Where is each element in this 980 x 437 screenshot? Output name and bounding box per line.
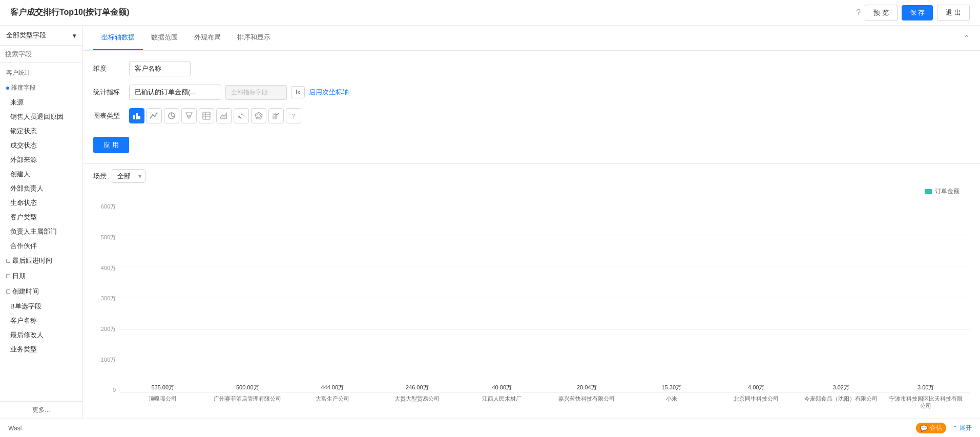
- bar-item-6[interactable]: 15.30万: [633, 384, 711, 393]
- chart-type-help[interactable]: ?: [286, 108, 301, 123]
- y-label-600: 600万: [101, 203, 116, 211]
- tab-sort-display[interactable]: 排序和显示: [229, 26, 279, 50]
- preview-button[interactable]: 预 览: [865, 5, 898, 21]
- qiye-badge[interactable]: 💬 企信: [916, 423, 946, 433]
- bar-item-5[interactable]: 20.04万: [548, 384, 626, 393]
- svg-rect-2: [138, 116, 140, 119]
- sidebar-item-dept[interactable]: 负责人主属部门: [0, 224, 82, 239]
- header-actions: ? 预 览 保 存 退 出: [856, 5, 970, 21]
- x-labels-row: 顶嘎嘎公司广州赛菲酒店管理有限公司大富生产公司大贵大型贸易公司江西人民木材厂嘉兴…: [119, 393, 970, 419]
- chart-type-scatter[interactable]: [234, 108, 249, 123]
- bar-item-7[interactable]: 4.00万: [718, 384, 796, 393]
- x-label-8: 今麦郎食品（沈阳）有限公司: [802, 395, 880, 402]
- scene-select-wrapper: 全部: [112, 169, 145, 183]
- sidebar-item-lock-status[interactable]: 锁定状态: [0, 124, 82, 138]
- sidebar-type-selector[interactable]: 全部类型字段 ▾: [0, 26, 82, 46]
- sidebar-item-date[interactable]: 日期: [0, 268, 82, 284]
- fx-button[interactable]: fx: [291, 86, 305, 98]
- sidebar-item-external-source[interactable]: 外部来源: [0, 153, 82, 167]
- dimension-value[interactable]: 客户名称: [129, 61, 191, 76]
- chart-type-table[interactable]: [199, 108, 214, 123]
- chart-flex: 600万 500万 400万 300万 200万 100万 0: [93, 198, 970, 419]
- svg-point-5: [154, 116, 156, 117]
- stat-all-input[interactable]: 全部指标字段: [225, 85, 287, 100]
- x-label-0: 顶嘎嘎公司: [124, 395, 202, 402]
- x-label-1: 广州赛菲酒店管理有限公司: [209, 395, 287, 402]
- sidebar-item-biz-type[interactable]: 业务类型: [0, 342, 82, 357]
- dimension-row: 维度 客户名称: [93, 61, 970, 76]
- sidebar-item-source[interactable]: 来源: [0, 95, 82, 110]
- sidebar-item-life-status[interactable]: 生命状态: [0, 196, 82, 210]
- stat-input-row: 已确认的订单金额(... 全部指标字段 fx 启用次坐标轴: [129, 85, 349, 100]
- sidebar-item-external-owner[interactable]: 外部负责人: [0, 181, 82, 196]
- bar-item-0[interactable]: 535.00万: [124, 384, 202, 393]
- qiye-label: 企信: [930, 424, 942, 432]
- y-label-300: 300万: [101, 295, 116, 302]
- chart-type-line[interactable]: [147, 108, 162, 123]
- sidebar-item-create-time[interactable]: 创建时间: [0, 284, 82, 299]
- bar-value-label-7: 4.00万: [748, 384, 764, 391]
- sidebar-item-last-followup[interactable]: 最后跟进时间: [0, 253, 82, 268]
- sidebar-item-customer-type[interactable]: 客户类型: [0, 210, 82, 224]
- stat-value[interactable]: 已确认的订单金额(...: [129, 85, 221, 100]
- chart-type-funnel[interactable]: [181, 108, 197, 123]
- bar-item-1[interactable]: 500.00万: [209, 384, 287, 393]
- sidebar-item-partner[interactable]: 合作伙伴: [0, 239, 82, 253]
- bar-item-9[interactable]: 3.00万: [887, 384, 965, 393]
- chart-area: 场景 全部 订单金额: [83, 164, 980, 419]
- y-label-200: 200万: [101, 325, 116, 333]
- header: 客户成交排行Top10(按订单金额) ? 预 览 保 存 退 出: [0, 0, 980, 26]
- svg-rect-1: [136, 113, 138, 119]
- x-label-3: 大贵大型贸易公司: [379, 395, 456, 402]
- sidebar-item-creator[interactable]: 创建人: [0, 167, 82, 181]
- search-input[interactable]: [5, 50, 83, 58]
- bar-item-8[interactable]: 3.02万: [802, 384, 880, 393]
- tab-data-range[interactable]: 数据范围: [143, 26, 186, 50]
- section-title-customer-stats: 客户统计: [0, 66, 82, 80]
- exit-button[interactable]: 退 出: [937, 5, 970, 21]
- app-container: 客户成交排行Top10(按订单金额) ? 预 览 保 存 退 出 全部类型字段 …: [0, 0, 980, 437]
- scene-select[interactable]: 全部: [112, 169, 145, 183]
- sidebar-item-deal-status[interactable]: 成交状态: [0, 138, 82, 153]
- save-button[interactable]: 保 存: [902, 5, 933, 20]
- chart-type-combination[interactable]: [268, 108, 284, 123]
- chart-type-bar[interactable]: [129, 108, 144, 123]
- tab-axis-data[interactable]: 坐标轴数据: [93, 26, 143, 50]
- svg-point-16: [238, 116, 240, 118]
- collapse-icon[interactable]: ⌃: [963, 33, 970, 43]
- bar-item-2[interactable]: 444.00万: [294, 384, 371, 393]
- sidebar-item-sales-return[interactable]: 销售人员退回原因: [0, 110, 82, 124]
- sidebar-item-customer-name[interactable]: 客户名称: [0, 314, 82, 328]
- sidebar-type-label: 全部类型字段: [6, 31, 46, 40]
- chevron-up-icon: ⌃: [952, 425, 957, 432]
- bottom-bar: Wast 💬 企信 ⌃ 展开: [0, 419, 980, 437]
- bottom-right: 💬 企信 ⌃ 展开: [916, 423, 972, 433]
- chart-type-pie[interactable]: [164, 108, 179, 123]
- tabs: 坐标轴数据 数据范围 外观布局 排序和显示: [93, 26, 279, 50]
- help-button[interactable]: ?: [856, 8, 861, 17]
- sidebar-footer[interactable]: 更多...: [0, 401, 82, 419]
- expand-button[interactable]: ⌃ 展开: [952, 424, 972, 432]
- svg-rect-22: [273, 116, 275, 119]
- legend-row: 订单金额: [93, 187, 970, 196]
- chart-type-radar[interactable]: [251, 108, 266, 123]
- enable-axis-link[interactable]: 启用次坐标轴: [309, 88, 349, 97]
- dot-icon: [6, 87, 9, 90]
- sidebar-item-b-select[interactable]: B单选字段: [0, 299, 82, 314]
- bar-item-4[interactable]: 40.00万: [463, 384, 541, 393]
- bottom-left: Wast: [8, 425, 22, 432]
- bar-chart-wrapper: 600万 500万 400万 300万 200万 100万 0: [93, 198, 970, 419]
- bar-item-3[interactable]: 246.00万: [379, 384, 456, 393]
- svg-point-6: [156, 113, 158, 114]
- legend-label: 订单金额: [935, 187, 960, 196]
- qiye-icon: 💬: [920, 425, 928, 432]
- checkbox-icon3: [6, 289, 10, 294]
- y-label-100: 100万: [101, 356, 116, 364]
- chart-type-area[interactable]: [216, 108, 232, 123]
- sidebar-item-last-modifier[interactable]: 最后修改人: [0, 328, 82, 342]
- stat-row: 统计指标 已确认的订单金额(... 全部指标字段 fx 启用次坐标轴: [93, 85, 970, 100]
- bar-value-label-8: 3.02万: [833, 384, 849, 391]
- apply-button[interactable]: 应 用: [93, 137, 129, 153]
- tab-appearance[interactable]: 外观布局: [186, 26, 229, 50]
- chart-type-row: 图表类型: [93, 108, 970, 123]
